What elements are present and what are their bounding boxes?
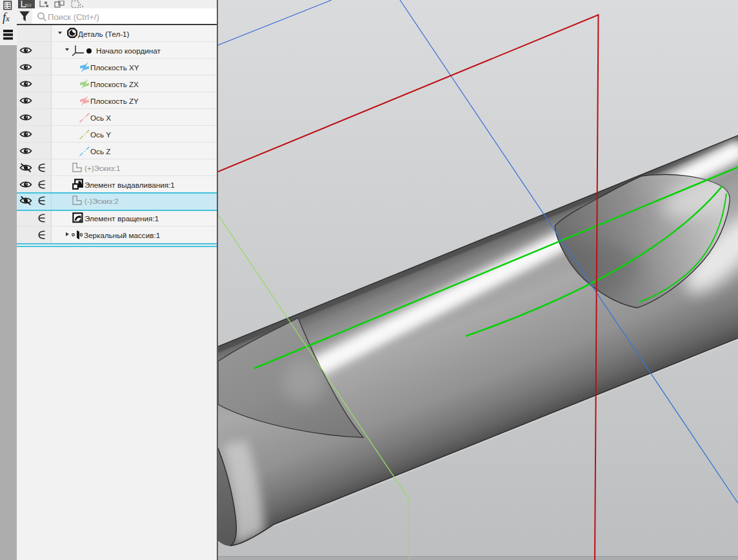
svg-text:512: 512 [25,3,32,7]
